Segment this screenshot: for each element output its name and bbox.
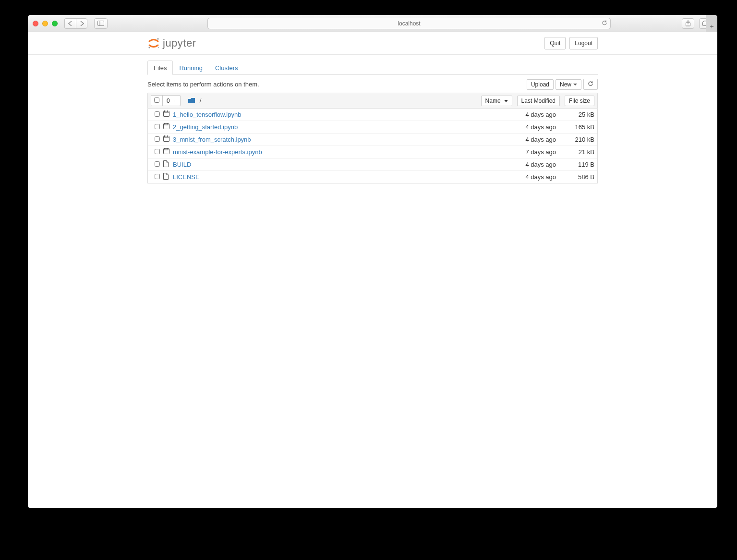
- quit-button[interactable]: Quit: [544, 37, 566, 49]
- file-link[interactable]: mnist-example-for-experts.ipynb: [173, 148, 262, 156]
- svg-rect-21: [166, 135, 166, 137]
- tab-clusters[interactable]: Clusters: [209, 61, 244, 75]
- logout-button[interactable]: Logout: [569, 37, 598, 49]
- file-link[interactable]: BUILD: [173, 161, 191, 168]
- new-tab-button[interactable]: +: [706, 15, 717, 32]
- file-link[interactable]: 1_hello_tensorflow.ipynb: [173, 111, 241, 118]
- file-size: 165 kB: [556, 123, 594, 131]
- file-link[interactable]: 2_getting_started.ipynb: [173, 123, 238, 131]
- svg-rect-0: [98, 21, 104, 26]
- svg-rect-17: [167, 123, 168, 124]
- sort-name-button[interactable]: Name: [481, 96, 512, 106]
- file-size: 210 kB: [556, 136, 594, 143]
- new-dropdown[interactable]: New: [556, 79, 581, 90]
- svg-rect-12: [167, 110, 168, 112]
- svg-rect-27: [167, 148, 168, 149]
- sort-modified-button[interactable]: Last Modified: [517, 96, 560, 106]
- svg-rect-22: [167, 135, 168, 137]
- zoom-window-button[interactable]: [52, 21, 58, 26]
- page-header: jupyter Quit Logout: [28, 32, 717, 55]
- browser-window: localhost +: [28, 15, 717, 508]
- reload-button[interactable]: [602, 20, 607, 27]
- main-tabs: Files Running Clusters: [147, 61, 598, 75]
- page: jupyter Quit Logout Files Running Cluste…: [28, 32, 717, 508]
- svg-rect-13: [164, 124, 169, 129]
- refresh-list-button[interactable]: [583, 79, 598, 90]
- svg-rect-15: [164, 123, 165, 124]
- file-link[interactable]: 3_mnist_from_scratch.ipynb: [173, 136, 251, 143]
- toolbar-hint: Select items to perform actions on them.: [147, 81, 259, 88]
- jupyter-logo[interactable]: jupyter: [147, 35, 196, 51]
- file-modified: 4 days ago: [503, 111, 556, 118]
- tab-files[interactable]: Files: [147, 61, 173, 75]
- file-size: 586 B: [556, 173, 594, 181]
- sidebar-icon: [97, 21, 104, 26]
- browser-titlebar: localhost +: [28, 15, 717, 32]
- file-modified: 7 days ago: [503, 148, 556, 156]
- file-modified: 4 days ago: [503, 161, 556, 168]
- upload-button[interactable]: Upload: [527, 79, 554, 90]
- refresh-icon: [588, 81, 593, 86]
- select-dropdown[interactable]: [174, 100, 180, 102]
- row-checkbox[interactable]: [151, 111, 163, 118]
- svg-rect-26: [166, 148, 166, 149]
- file-link[interactable]: LICENSE: [173, 173, 200, 181]
- sidebar-toggle-button[interactable]: [94, 18, 108, 29]
- arrow-down-icon: [503, 97, 508, 104]
- nav-back-forward: [64, 18, 87, 29]
- folder-icon[interactable]: [188, 98, 195, 104]
- file-size: 25 kB: [556, 111, 594, 118]
- file-row: 3_mnist_from_scratch.ipynb4 days ago210 …: [148, 134, 597, 146]
- svg-rect-8: [164, 111, 169, 117]
- toolbar: Select items to perform actions on them.…: [147, 79, 598, 90]
- address-bar-text: localhost: [398, 20, 420, 27]
- file-row: 1_hello_tensorflow.ipynb4 days ago25 kB: [148, 109, 597, 121]
- new-label: New: [560, 81, 571, 88]
- file-list: 1_hello_tensorflow.ipynb4 days ago25 kB2…: [147, 109, 598, 183]
- chevron-right-icon: [80, 21, 84, 26]
- notebook-icon: [163, 110, 173, 119]
- minimize-window-button[interactable]: [42, 21, 48, 26]
- brand-text: jupyter: [163, 37, 196, 49]
- file-row: 2_getting_started.ipynb4 days ago165 kB: [148, 121, 597, 134]
- tab-running[interactable]: Running: [173, 61, 208, 75]
- notebook-icon: [163, 135, 173, 144]
- share-button[interactable]: [682, 18, 694, 29]
- file-row: mnist-example-for-experts.ipynb7 days ag…: [148, 146, 597, 158]
- row-checkbox[interactable]: [151, 123, 163, 131]
- share-icon: [685, 20, 691, 26]
- notebook-icon: [163, 148, 173, 156]
- svg-rect-10: [164, 110, 165, 112]
- row-checkbox[interactable]: [151, 148, 163, 156]
- file-icon: [163, 160, 173, 169]
- breadcrumb-root[interactable]: /: [200, 97, 202, 104]
- selected-count: 0: [163, 97, 174, 104]
- file-row: BUILD4 days ago119 B: [148, 158, 597, 171]
- row-checkbox[interactable]: [151, 161, 163, 168]
- sort-name-label: Name: [485, 97, 501, 104]
- back-button[interactable]: [64, 18, 76, 29]
- forward-button[interactable]: [76, 18, 87, 29]
- select-all-checkbox[interactable]: [151, 96, 163, 106]
- window-controls: [33, 21, 58, 26]
- file-row: LICENSE4 days ago586 B: [148, 171, 597, 183]
- jupyter-logo-icon: [147, 37, 160, 49]
- file-modified: 4 days ago: [503, 123, 556, 131]
- address-bar[interactable]: localhost: [207, 18, 611, 29]
- svg-rect-16: [166, 123, 166, 124]
- svg-rect-18: [164, 136, 169, 142]
- svg-rect-25: [164, 148, 165, 149]
- file-icon: [163, 173, 173, 181]
- svg-rect-23: [164, 149, 169, 154]
- file-modified: 4 days ago: [503, 173, 556, 181]
- close-window-button[interactable]: [33, 21, 38, 26]
- row-checkbox[interactable]: [151, 173, 163, 181]
- chevron-left-icon: [68, 21, 72, 26]
- svg-point-6: [148, 47, 150, 48]
- svg-rect-11: [166, 110, 166, 112]
- sort-size-button[interactable]: File size: [565, 96, 594, 106]
- row-checkbox[interactable]: [151, 136, 163, 143]
- svg-rect-20: [164, 135, 165, 137]
- file-size: 119 B: [556, 161, 594, 168]
- svg-point-7: [158, 47, 159, 48]
